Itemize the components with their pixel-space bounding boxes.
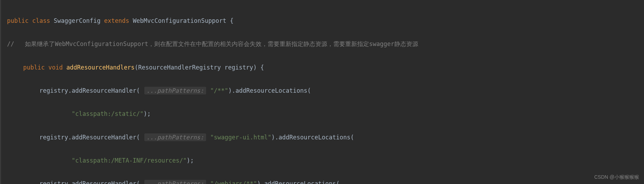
string-literal: "swagger-ui.html" <box>210 134 271 141</box>
code-line[interactable]: public class SwaggerConfig extends WebMv… <box>7 15 644 27</box>
keyword-void: void <box>48 64 63 71</box>
code-text: ); <box>187 157 194 164</box>
param-hint: ...pathPatterns: <box>144 133 206 141</box>
keyword-public: public <box>23 64 45 71</box>
gutter-line <box>0 0 1 184</box>
code-text: ).addResourceLocations( <box>228 87 311 94</box>
keyword-class: class <box>32 17 50 24</box>
code-line[interactable]: registry.addResourceHandler( ...pathPatt… <box>7 178 644 184</box>
code-text: registry.addResourceHandler( <box>39 134 140 141</box>
code-line[interactable]: registry.addResourceHandler( ...pathPatt… <box>7 85 644 97</box>
code-line[interactable]: public void addResourceHandlers(Resource… <box>7 62 644 73</box>
string-literal: "classpath:/static/" <box>72 110 144 117</box>
string-literal: "/**" <box>210 87 228 94</box>
class-name: SwaggerConfig <box>54 17 100 24</box>
code-text: registry.addResourceHandler( <box>39 180 140 184</box>
code-editor[interactable]: public class SwaggerConfig extends WebMv… <box>0 4 644 184</box>
super-class: WebMvcConfigurationSupport <box>133 17 226 24</box>
brace: { <box>230 17 234 24</box>
comment-text: 如果继承了WebMvcConfigurationSupport，则在配置文件在中… <box>25 40 418 47</box>
code-line[interactable]: "classpath:/META-INF/resources/"); <box>7 155 644 166</box>
code-text: ).addResourceLocations( <box>271 134 354 141</box>
string-literal: "classpath:/META-INF/resources/" <box>72 157 187 164</box>
string-literal: "/webjars/**" <box>210 180 257 184</box>
param-hint: ...pathPatterns: <box>144 180 206 184</box>
code-text: ); <box>144 110 151 117</box>
keyword-extends: extends <box>104 17 129 24</box>
method-name: addResourceHandlers <box>66 64 134 71</box>
code-text: ).addResourceLocations( <box>257 180 340 184</box>
watermark: CSDN @小猴猴猴猴 <box>594 172 639 182</box>
code-text: registry.addResourceHandler( <box>39 87 140 94</box>
code-line[interactable]: registry.addResourceHandler( ...pathPatt… <box>7 132 644 143</box>
code-line[interactable]: "classpath:/static/"); <box>7 108 644 120</box>
method-params: (ResourceHandlerRegistry registry) { <box>134 64 264 71</box>
param-hint: ...pathPatterns: <box>144 87 206 94</box>
keyword-public: public <box>7 17 28 24</box>
code-line[interactable]: // 如果继承了WebMvcConfigurationSupport，则在配置文… <box>7 38 644 50</box>
comment-prefix: // <box>7 40 14 47</box>
